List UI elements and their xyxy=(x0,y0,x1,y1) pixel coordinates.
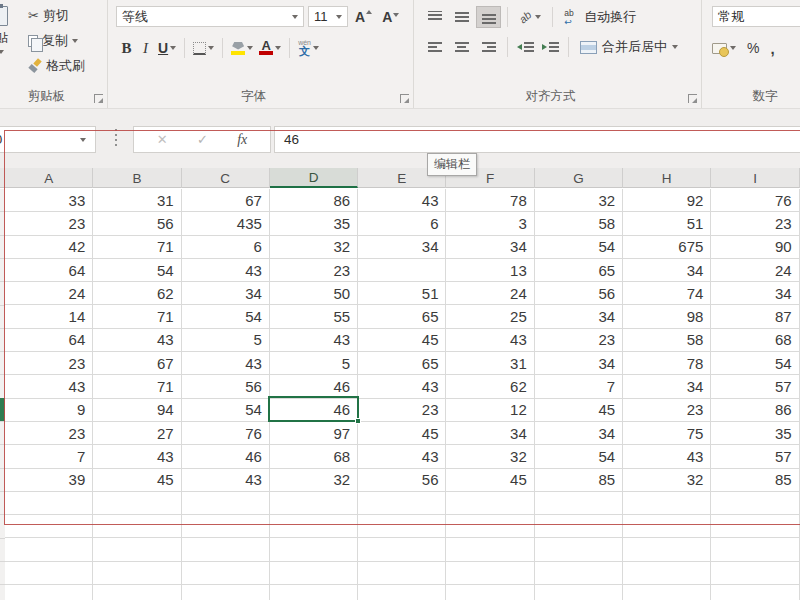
cell-E18[interactable] xyxy=(358,585,446,600)
comma-style-button[interactable]: , xyxy=(770,40,774,57)
column-header-D[interactable]: D xyxy=(270,168,358,188)
cell-G12[interactable]: 54 xyxy=(535,445,623,468)
cell-A4[interactable]: 64 xyxy=(5,259,93,282)
shrink-font-button[interactable]: A xyxy=(379,9,402,25)
cell-G1[interactable]: 32 xyxy=(535,189,623,212)
name-box[interactable]: 0 xyxy=(0,126,96,153)
cell-I9[interactable]: 57 xyxy=(711,375,799,398)
cell-H10[interactable]: 23 xyxy=(623,399,711,422)
cell-F5[interactable]: 24 xyxy=(446,282,534,305)
cell-H3[interactable]: 675 xyxy=(623,236,711,259)
cell-A18[interactable] xyxy=(5,585,93,600)
cell-H2[interactable]: 51 xyxy=(623,212,711,235)
cell-G18[interactable] xyxy=(535,585,623,600)
cell-H7[interactable]: 58 xyxy=(623,329,711,352)
cell-F18[interactable] xyxy=(446,585,534,600)
cell-D2[interactable]: 35 xyxy=(270,212,358,235)
cell-F15[interactable] xyxy=(446,515,534,538)
column-header-C[interactable]: C xyxy=(182,168,270,188)
cell-A6[interactable]: 14 xyxy=(5,305,93,328)
cell-C5[interactable]: 34 xyxy=(182,282,270,305)
cell-C17[interactable] xyxy=(182,562,270,585)
dialog-launcher-icon[interactable] xyxy=(400,94,409,103)
cell-D16[interactable] xyxy=(270,538,358,561)
cell-D7[interactable]: 43 xyxy=(270,329,358,352)
cell-H14[interactable] xyxy=(623,492,711,515)
cell-B8[interactable]: 67 xyxy=(93,352,181,375)
cell-C9[interactable]: 56 xyxy=(182,375,270,398)
dialog-launcher-icon[interactable] xyxy=(688,94,697,103)
cell-H4[interactable]: 34 xyxy=(623,259,711,282)
cell-D18[interactable] xyxy=(270,585,358,600)
align-left-button[interactable] xyxy=(422,36,447,58)
drag-handle-dots-icon[interactable] xyxy=(115,129,117,146)
cell-G2[interactable]: 58 xyxy=(535,212,623,235)
cell-G16[interactable] xyxy=(535,538,623,561)
cell-G13[interactable]: 85 xyxy=(535,469,623,492)
cell-H6[interactable]: 98 xyxy=(623,305,711,328)
cell-A10[interactable]: 9 xyxy=(5,399,93,422)
cell-B16[interactable] xyxy=(93,538,181,561)
column-header-G[interactable]: G xyxy=(535,168,623,188)
cell-C16[interactable] xyxy=(182,538,270,561)
column-header-H[interactable]: H xyxy=(623,168,711,188)
cell-G17[interactable] xyxy=(535,562,623,585)
cell-D11[interactable]: 97 xyxy=(270,422,358,445)
cell-I2[interactable]: 23 xyxy=(711,212,799,235)
format-painter-button[interactable]: 格式刷 xyxy=(26,53,87,78)
cell-C18[interactable] xyxy=(182,585,270,600)
align-center-button[interactable] xyxy=(449,36,474,58)
cell-G14[interactable] xyxy=(535,492,623,515)
cell-B2[interactable]: 56 xyxy=(93,212,181,235)
insert-function-icon[interactable]: fx xyxy=(237,132,247,148)
cell-F2[interactable]: 3 xyxy=(446,212,534,235)
cut-button[interactable]: ✂ 剪切 xyxy=(26,3,87,28)
cell-C11[interactable]: 76 xyxy=(182,422,270,445)
italic-button[interactable]: I xyxy=(137,37,154,59)
cell-I11[interactable]: 35 xyxy=(711,422,799,445)
cell-D1[interactable]: 86 xyxy=(270,189,358,212)
cell-H13[interactable]: 32 xyxy=(623,469,711,492)
formula-bar-input[interactable]: 46 xyxy=(274,126,800,153)
grow-font-button[interactable]: A xyxy=(352,9,375,25)
cell-B18[interactable] xyxy=(93,585,181,600)
cell-F3[interactable]: 34 xyxy=(446,236,534,259)
cell-E4[interactable] xyxy=(358,259,446,282)
cell-E1[interactable]: 43 xyxy=(358,189,446,212)
cell-E11[interactable]: 45 xyxy=(358,422,446,445)
cell-E9[interactable]: 43 xyxy=(358,375,446,398)
column-header-B[interactable]: B xyxy=(93,168,181,188)
font-name-combo[interactable]: 等线 xyxy=(116,6,304,27)
cell-H5[interactable]: 74 xyxy=(623,282,711,305)
cell-D3[interactable]: 32 xyxy=(270,236,358,259)
cell-B3[interactable]: 71 xyxy=(93,236,181,259)
cell-A3[interactable]: 42 xyxy=(5,236,93,259)
cell-B14[interactable] xyxy=(93,492,181,515)
percent-style-button[interactable]: % xyxy=(747,40,759,56)
cell-E17[interactable] xyxy=(358,562,446,585)
bold-button[interactable]: B xyxy=(118,37,135,59)
cell-D12[interactable]: 68 xyxy=(270,445,358,468)
cell-H9[interactable]: 34 xyxy=(623,375,711,398)
cell-A8[interactable]: 23 xyxy=(5,352,93,375)
cell-C12[interactable]: 46 xyxy=(182,445,270,468)
column-header-A[interactable]: A xyxy=(5,168,93,188)
cell-B10[interactable]: 94 xyxy=(93,399,181,422)
cell-A17[interactable] xyxy=(5,562,93,585)
cell-H18[interactable] xyxy=(623,585,711,600)
cell-I8[interactable]: 54 xyxy=(711,352,799,375)
cell-B17[interactable] xyxy=(93,562,181,585)
cell-B6[interactable]: 71 xyxy=(93,305,181,328)
cell-C13[interactable]: 43 xyxy=(182,469,270,492)
cell-H1[interactable]: 92 xyxy=(623,189,711,212)
cell-D4[interactable]: 23 xyxy=(270,259,358,282)
cell-I1[interactable]: 76 xyxy=(711,189,799,212)
cell-G8[interactable]: 34 xyxy=(535,352,623,375)
cell-A11[interactable]: 23 xyxy=(5,422,93,445)
fill-color-button[interactable] xyxy=(229,37,255,59)
cell-I6[interactable]: 87 xyxy=(711,305,799,328)
cell-B15[interactable] xyxy=(93,515,181,538)
cell-F17[interactable] xyxy=(446,562,534,585)
cell-I5[interactable]: 34 xyxy=(711,282,799,305)
cell-E12[interactable]: 43 xyxy=(358,445,446,468)
